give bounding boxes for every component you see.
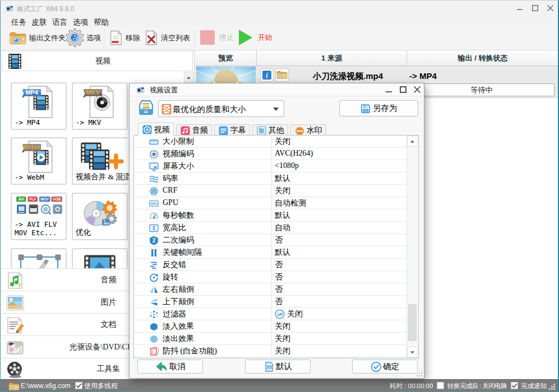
setting-row[interactable]: 过滤器 关闭 — [134, 308, 418, 320]
shutdown-checkbox[interactable] — [437, 382, 444, 389]
maximize-button[interactable] — [526, 1, 543, 15]
menu-help[interactable]: 帮助 — [91, 17, 112, 27]
setting-row[interactable]: 每秒帧数 默认 — [134, 209, 418, 222]
setting-label: GPU — [163, 198, 178, 207]
tile-mux[interactable] — [72, 248, 128, 268]
setting-row[interactable]: 二次编码 否 — [134, 234, 418, 246]
setting-row[interactable]: 防抖 (白金功能) 关闭 — [134, 345, 418, 357]
toolbar: 输出文件夹 选项 移除 清空列表 停止 开始 — [1, 27, 558, 50]
setting-row[interactable]: 大小限制 关闭 — [134, 136, 418, 148]
aspect-icon — [149, 223, 159, 233]
flipv-icon — [149, 297, 159, 307]
column-divider — [271, 185, 272, 197]
tile-to-avi-flv-mov[interactable]: -> AVI FLV MOV Etc... — [11, 193, 67, 240]
open-folder-button[interactable] — [275, 68, 289, 82]
cancel-button[interactable]: 取消 — [137, 360, 203, 374]
setting-row[interactable]: 旋转 否 — [134, 271, 418, 283]
output-folder-button[interactable]: 输出文件夹 — [9, 29, 66, 46]
resize-grip[interactable] — [549, 384, 556, 390]
tab-audio[interactable]: 音频 — [176, 124, 212, 136]
setting-row[interactable]: GPU 自动检测 — [134, 197, 418, 209]
setting-row[interactable]: 反交错 否 — [134, 259, 418, 271]
setting-row[interactable]: 淡出效果 关闭 — [134, 333, 418, 345]
remove-button[interactable]: 移除 — [109, 29, 140, 46]
tile-video-merge[interactable]: 视频合并 & 混流 — [72, 137, 128, 185]
setting-value-text: 默认 — [275, 174, 290, 184]
setting-label: 大小限制 — [163, 137, 194, 147]
rotate-icon — [149, 273, 159, 282]
off-badge-icon — [275, 309, 285, 319]
dialog-close-button[interactable] — [410, 83, 424, 96]
shake-icon — [149, 347, 159, 356]
setting-row[interactable]: 关键帧间隔 默认 — [134, 246, 418, 259]
sidebar-header-video[interactable]: 视频 — [2, 51, 193, 71]
stop-button[interactable]: 停止 — [200, 30, 234, 45]
tab-video[interactable]: 视频 — [138, 123, 174, 136]
options-button[interactable]: 选项 — [66, 29, 101, 47]
column-source[interactable]: 1 来源 — [256, 50, 406, 66]
tab-subtitle[interactable]: 字幕 — [214, 124, 250, 136]
setting-row[interactable]: 视频编码 AVC(H264) — [134, 148, 418, 160]
column-divider — [271, 296, 272, 307]
save-as-button[interactable]: 另存为 — [339, 100, 418, 116]
tab-watermark[interactable]: 水印 — [290, 124, 326, 136]
setting-row[interactable]: 上下颠倒 否 — [134, 296, 418, 308]
ok-check-icon — [371, 361, 382, 372]
column-preview[interactable]: 预览 — [195, 50, 256, 66]
setting-row[interactable]: CRF 关闭 — [134, 185, 418, 197]
dialog-maximize-button[interactable] — [396, 83, 410, 96]
tile-to-mkv[interactable]: -> MKV — [72, 82, 128, 130]
output-path[interactable]: E:\www.x6g.com — [21, 380, 71, 392]
settings-scrollbar[interactable] — [406, 136, 418, 358]
sidebar-scroll-up[interactable] — [184, 72, 193, 83]
setting-row[interactable]: 屏幕大小 <1080p — [134, 160, 418, 172]
setting-row[interactable]: 淡入效果 关闭 — [134, 320, 418, 333]
remove-label: 移除 — [126, 33, 140, 43]
scroll-down-arrow[interactable] — [407, 347, 418, 358]
cat-audio-icon — [6, 271, 25, 290]
media-info-button[interactable] — [260, 68, 274, 82]
dialog-resize-grip[interactable] — [417, 371, 423, 377]
save-as-label: 另存为 — [373, 103, 398, 114]
menu-task[interactable]: 任务 — [8, 17, 29, 27]
menu-language[interactable]: 语言 — [49, 17, 70, 27]
tile-mkv-icon — [82, 85, 117, 119]
setting-row[interactable]: 左右颠倒 否 — [134, 283, 418, 296]
tile-to-webm[interactable]: -> WebM — [11, 137, 67, 185]
start-label: 开始 — [258, 32, 272, 43]
notify-checkbox[interactable] — [511, 382, 518, 389]
minimize-button[interactable] — [511, 1, 528, 15]
scroll-up-arrow[interactable] — [407, 136, 418, 147]
clear-list-button[interactable]: 清空列表 — [144, 29, 190, 46]
tab-video-icon — [142, 125, 152, 134]
tile-to-mp4[interactable]: -> MP4 — [11, 82, 67, 130]
ok-button[interactable]: 确定 — [352, 360, 418, 374]
column-divider — [271, 283, 272, 295]
default-button[interactable]: 默认 — [245, 360, 311, 374]
setting-value: 默认 — [275, 211, 290, 221]
multithread-checkbox[interactable] — [75, 382, 82, 389]
cancel-arrow-icon — [155, 361, 168, 372]
cat-document-icon — [6, 316, 25, 335]
column-output-state[interactable]: 输出 / 转换状态 — [406, 50, 558, 66]
remove-doc-icon — [109, 29, 123, 46]
tile-optimize[interactable]: 优化 — [72, 193, 128, 240]
tile-crop[interactable] — [11, 248, 67, 268]
preset-dropdown[interactable]: 最优化的质量和大小 — [158, 100, 284, 117]
start-button[interactable]: 开始 — [235, 28, 272, 47]
menu-skin[interactable]: 皮肤 — [29, 17, 49, 27]
column-divider — [271, 345, 272, 357]
dialog-minimize-button[interactable] — [382, 83, 395, 96]
close-button[interactable] — [542, 1, 558, 15]
deint-icon — [149, 260, 159, 270]
ruler-icon — [149, 137, 159, 147]
tab-label: 字幕 — [230, 125, 246, 136]
setting-row[interactable]: 宽高比 自动 — [134, 222, 418, 234]
floppy-icon — [361, 104, 371, 114]
setting-label: 上下颠倒 — [163, 297, 194, 307]
scroll-thumb[interactable] — [408, 304, 417, 341]
info-icon — [262, 70, 272, 80]
tab-other[interactable]: 其他 — [252, 124, 288, 136]
menu-options[interactable]: 选项 — [70, 17, 91, 27]
setting-row[interactable]: 码率 默认 — [134, 172, 418, 185]
